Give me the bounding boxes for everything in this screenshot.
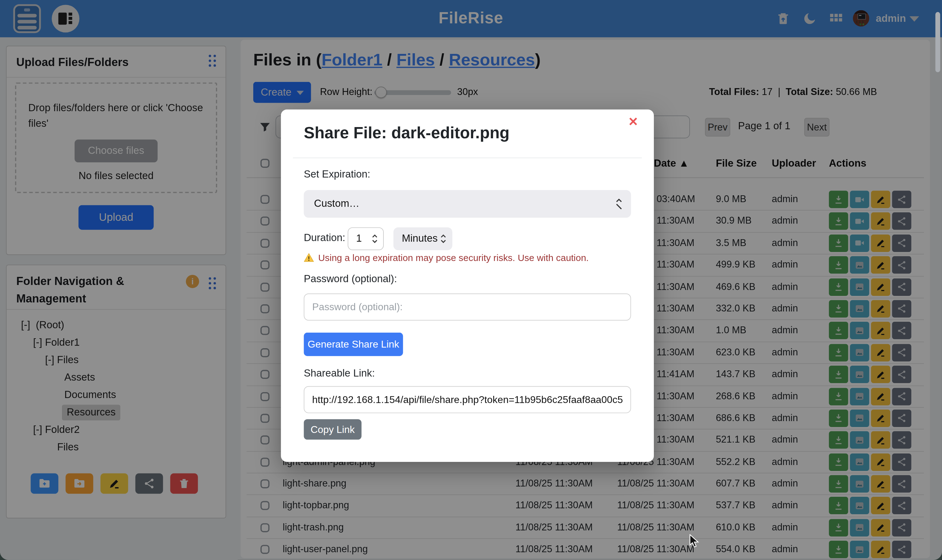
duration-unit-select[interactable]: Minutes <box>393 228 452 250</box>
expiration-select[interactable]: Custom… <box>304 190 631 218</box>
modal-title: Share File: dark-editor.png <box>304 124 509 143</box>
shareable-link-label: Shareable Link: <box>304 368 375 380</box>
expiration-label: Set Expiration: <box>304 169 370 181</box>
warning-icon <box>304 252 314 263</box>
duration-input[interactable]: 1 <box>348 228 384 250</box>
generate-share-link-button[interactable]: Generate Share Link <box>304 332 403 356</box>
share-file-modal: ✕ Share File: dark-editor.png Set Expira… <box>281 109 654 462</box>
screen: FileRise admin Upload Files/Folders Drop… <box>0 0 942 560</box>
close-icon[interactable]: ✕ <box>628 114 638 129</box>
shareable-link-input[interactable] <box>304 386 631 413</box>
mouse-cursor <box>690 534 700 548</box>
expiration-warning: Using a long expiration may pose securit… <box>304 252 589 263</box>
browser-page: FileRise admin Upload Files/Folders Drop… <box>0 0 942 560</box>
copy-link-button[interactable]: Copy Link <box>304 419 361 440</box>
share-password-input[interactable] <box>304 293 631 320</box>
select-chevrons-icon <box>440 233 447 244</box>
stepper-chevrons-icon[interactable] <box>371 233 378 244</box>
duration-label: Duration: <box>304 232 345 244</box>
scrollbar-thumb[interactable] <box>936 12 940 72</box>
select-chevrons-icon <box>615 198 622 209</box>
password-label: Password (optional): <box>304 273 397 285</box>
